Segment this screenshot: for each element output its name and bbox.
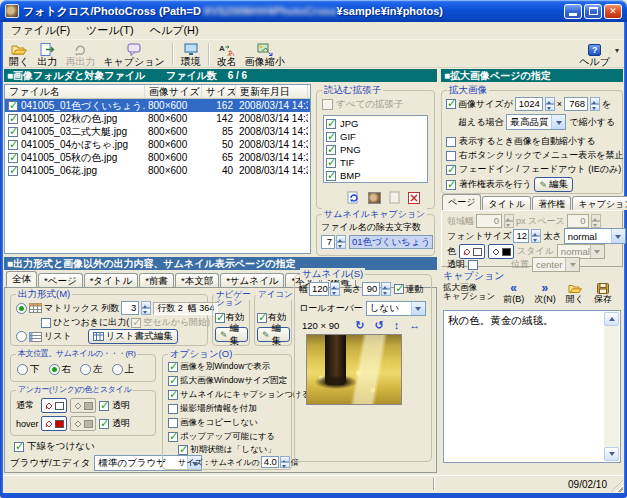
link-checkbox[interactable] (394, 284, 404, 294)
menu-file[interactable]: ファイル(F) (3, 21, 78, 40)
column-header-imagesize[interactable]: 画像サイズ (145, 85, 202, 98)
option-checkbox[interactable] (178, 445, 188, 455)
tab-title-settings[interactable]: タイトル (482, 196, 531, 210)
rename-button[interactable]: Aあ 改名 (214, 41, 240, 68)
font-size-spinner[interactable] (531, 229, 541, 243)
list-item[interactable]: JPG (326, 117, 425, 130)
option-checkbox[interactable] (168, 404, 178, 414)
table-row[interactable]: 041005_06花.jpg 800×600 40 2008/03/14 14:… (5, 164, 310, 177)
navigation-enabled-checkbox[interactable] (215, 313, 225, 323)
toolbar-overflow-chevron[interactable]: ▾ (615, 46, 619, 55)
chevron-down-icon[interactable] (551, 115, 565, 129)
rollover-select[interactable]: しない (366, 301, 426, 316)
matrix-radio[interactable] (16, 303, 27, 314)
refresh-file-icon[interactable] (347, 191, 360, 204)
flip-vertical-icon[interactable]: ↕ (394, 320, 400, 331)
delete-icon[interactable] (408, 192, 420, 204)
hover-transparent-checkbox[interactable] (99, 419, 109, 429)
help-button[interactable]: ? ヘルプ (576, 41, 613, 68)
radio-right[interactable] (49, 364, 60, 375)
save-caption-button[interactable]: 保存 (592, 283, 614, 304)
list-item[interactable]: PNG (326, 143, 425, 156)
navigation-edit-button[interactable]: ✎ 編集 (215, 327, 248, 342)
tab-honbunbu[interactable]: *本文部 (175, 273, 219, 287)
reoutput-button[interactable]: 再出力 (62, 41, 98, 68)
remove-chars-spinner[interactable] (336, 235, 346, 249)
open-caption-button[interactable]: 開く (564, 283, 586, 304)
popup-size-field[interactable]: 4.0 (261, 456, 279, 468)
option-checkbox[interactable] (168, 418, 178, 428)
menu-tools[interactable]: ツール(T) (78, 21, 142, 40)
row-checkbox[interactable] (8, 166, 18, 176)
copyright-edit-button[interactable]: ✎ 編集 (534, 177, 573, 192)
minimize-button[interactable] (564, 4, 582, 19)
cols-spinner[interactable] (141, 301, 151, 315)
caption-textarea[interactable]: 秋の色。黄金の絨毯。 (443, 310, 621, 463)
environment-button[interactable]: 環境 (178, 41, 204, 68)
popup-size-spinner[interactable] (280, 456, 290, 468)
prev-button[interactable]: « 前(B) (501, 283, 526, 304)
table-row[interactable]: 041005_02秋の色.jpg 800×600 142 2008/03/14 … (5, 112, 310, 125)
region-spinner[interactable] (504, 214, 514, 228)
thumb-width-spinner[interactable] (330, 282, 340, 296)
tab-page[interactable]: *ページ (38, 273, 83, 287)
list-item[interactable]: GIF (326, 130, 425, 143)
tab-maegaki[interactable]: *前書 (139, 273, 174, 287)
tab-zentai[interactable]: 全体 (6, 271, 37, 287)
radio-bottom[interactable] (17, 364, 28, 375)
close-button[interactable]: ✕ (604, 4, 622, 19)
flip-horizontal-icon[interactable]: ↔ (409, 320, 420, 331)
transparent-checkbox[interactable] (468, 260, 478, 270)
thumb-caption-preview-field[interactable]: 01色づくいちょう (349, 235, 433, 249)
icons-edit-button[interactable]: ✎ 編集 (257, 327, 290, 342)
list-radio[interactable] (16, 331, 27, 342)
ext-checkbox[interactable] (326, 171, 336, 181)
resize-grip[interactable] (611, 480, 623, 492)
scroll-down-icon[interactable] (604, 447, 619, 461)
table-row[interactable]: 041005_04かぼちゃ.jpg 800×600 50 2008/03/14 … (5, 138, 310, 151)
chevron-down-icon[interactable] (411, 302, 425, 315)
table-row[interactable]: 041005_03二式大艇.jpg 800×600 85 2008/03/14 … (5, 125, 310, 138)
space-spinner[interactable] (591, 214, 601, 228)
shrink-button[interactable]: 画像縮小 (242, 41, 288, 68)
image-size-checkbox[interactable] (446, 99, 456, 109)
option-checkbox[interactable] (168, 432, 178, 442)
max-width-spinner[interactable] (545, 97, 555, 111)
list-format-edit-button[interactable]: リスト書式編集 (88, 329, 178, 344)
region-field[interactable]: 0 (476, 214, 502, 228)
tab-copyright-settings[interactable]: 著作権 (532, 196, 571, 210)
icons-enabled-checkbox[interactable] (257, 313, 267, 323)
table-row[interactable]: 041005_01色づくいちょう.jpg 800×600 162 2008/03… (5, 99, 310, 112)
max-width-field[interactable]: 1024 (515, 97, 543, 111)
image-preview-icon[interactable] (368, 192, 381, 204)
list-item[interactable]: TIF (326, 156, 425, 169)
space-field[interactable]: 0 (567, 214, 589, 228)
thumb-height-field[interactable]: 90 (362, 282, 380, 296)
rotate-ccw-icon[interactable]: ↺ (374, 320, 383, 331)
normal-color-button[interactable] (41, 398, 67, 413)
tab-caption-settings[interactable]: キャプション (572, 196, 627, 210)
cols-field[interactable]: 3 (121, 301, 139, 315)
thumb-height-spinner[interactable] (381, 282, 391, 296)
normal-transparent-checkbox[interactable] (99, 401, 109, 411)
no-underline-checkbox[interactable] (14, 442, 24, 452)
quality-select[interactable]: 最高品質 (506, 114, 566, 130)
column-header-filename[interactable]: ファイル名 (5, 85, 145, 98)
radio-top[interactable] (112, 364, 123, 375)
radio-left[interactable] (80, 364, 91, 375)
fade-checkbox[interactable] (446, 165, 456, 175)
auto-shrink-checkbox[interactable] (446, 137, 456, 147)
next-button[interactable]: » 次(N) (532, 283, 558, 304)
position-select[interactable]: center (532, 257, 580, 272)
menu-help[interactable]: ヘルプ(H) (142, 21, 207, 40)
ext-checkbox[interactable] (326, 145, 336, 155)
font-size-field[interactable]: 12 (513, 229, 529, 243)
tab-thumbnail[interactable]: *サムネイル (220, 273, 284, 287)
open-button[interactable]: 開く (6, 41, 32, 68)
alternate-checkbox[interactable] (41, 318, 51, 328)
row-checkbox[interactable] (8, 140, 18, 150)
column-header-date[interactable]: 更新年月日 (236, 85, 308, 98)
scroll-up-icon[interactable] (604, 312, 619, 326)
all-extensions-checkbox[interactable] (322, 99, 333, 110)
table-row[interactable]: 041005_05秋の色.jpg 800×600 65 2008/03/14 1… (5, 151, 310, 164)
